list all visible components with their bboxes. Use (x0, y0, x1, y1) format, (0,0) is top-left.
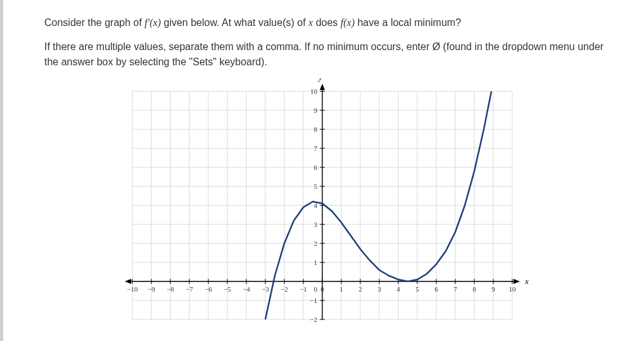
x-tick-label: −7 (186, 285, 193, 293)
x-tick-label: 7 (453, 285, 457, 293)
y-tick-label: 8 (313, 125, 317, 133)
x-tick-label: 0 (320, 285, 324, 293)
x-tick-label: 1 (339, 285, 343, 293)
x-tick-label: 9 (491, 285, 495, 293)
x-tick-label: −4 (243, 285, 250, 293)
x-tick-label: 8 (472, 285, 476, 293)
y-tick-label: 2 (313, 240, 317, 247)
empty-set-symbol: Ø (432, 41, 440, 52)
y-tick-label: −1 (310, 297, 317, 304)
x-tick-label: −8 (167, 285, 174, 293)
x-tick-label: −2 (281, 285, 288, 293)
chart-area: xy−10−9−8−7−6−5−4−3−2−1012345678910−2−11… (44, 79, 612, 332)
y-axis-label: y (317, 79, 322, 82)
y-tick-label: −2 (310, 316, 317, 323)
math-x: x (308, 17, 313, 28)
y-axis-arrow (320, 84, 325, 90)
text: If there are multiple values, separate t… (44, 41, 432, 52)
y-tick-label: 1 (313, 259, 317, 266)
x-tick-label: −1 (300, 285, 307, 293)
x-tick-label: −10 (127, 285, 138, 293)
x-tick-label: 5 (415, 285, 419, 293)
x-tick-label: −3 (262, 285, 269, 293)
x-tick-label: −9 (148, 285, 155, 293)
x-axis-arrow (514, 279, 520, 284)
x-tick-label: −6 (205, 285, 212, 293)
y-tick-label: 7 (313, 145, 317, 152)
text: does (316, 17, 341, 28)
graph-of-fprime: xy−10−9−8−7−6−5−4−3−2−1012345678910−2−11… (120, 79, 538, 332)
math-fx: f(x) (341, 17, 355, 28)
x-tick-label: 2 (358, 285, 362, 293)
text: given below. At what value(s) of (163, 17, 308, 28)
question-line-2: If there are multiple values, separate t… (44, 39, 612, 70)
question-container: Consider the graph of f′(x) given below.… (0, 0, 644, 341)
y-tick-label: 6 (313, 164, 317, 171)
y-tick-label: 3 (313, 221, 317, 228)
y-tick-label: 10 (310, 87, 318, 95)
math-fprime: f′(x) (144, 17, 161, 28)
x-tick-label: 6 (434, 285, 438, 293)
x-tick-label: 3 (377, 285, 381, 293)
x-tick-label: 10 (508, 285, 516, 293)
x-axis-label: x (524, 276, 529, 286)
y-tick-label: 9 (313, 106, 317, 114)
x-tick-label: 4 (396, 285, 400, 293)
text: have a local minimum? (357, 17, 461, 28)
text: Consider the graph of (44, 17, 144, 28)
x-tick-label: −5 (224, 285, 231, 293)
y-tick-label: 5 (313, 183, 317, 190)
origin-label: 0 (313, 285, 317, 293)
question-line-1: Consider the graph of f′(x) given below.… (44, 15, 612, 30)
x-axis-arrow (125, 279, 131, 284)
